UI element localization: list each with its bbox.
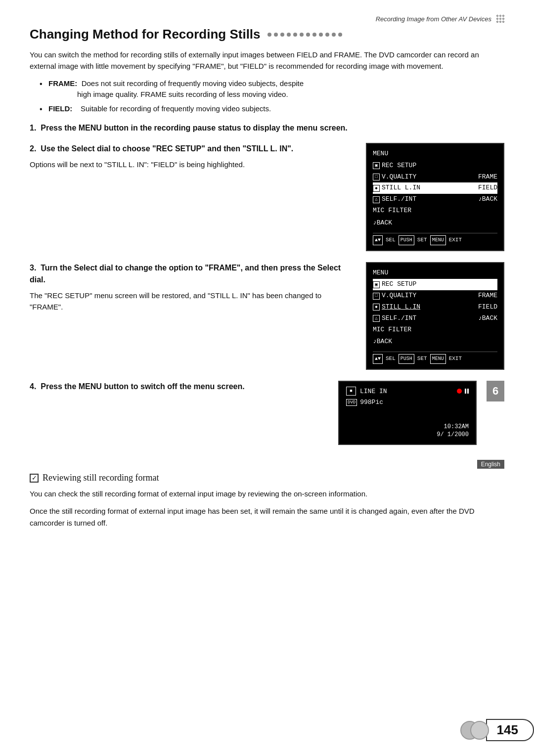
step-4-heading: 4. Press the MENU button to switch off t… — [30, 381, 328, 393]
bullet-list: FRAME: Does not suit recording of freque… — [40, 78, 504, 115]
dvd-line: DVD 998Pic — [346, 399, 469, 406]
screen-1-row-vquality: □ V.QUALITY FRAME — [373, 172, 497, 183]
title-dots — [267, 33, 342, 37]
circle-right — [470, 721, 489, 740]
page-number-box: 145 — [486, 719, 534, 741]
dot — [499, 18, 501, 20]
list-item: FIELD: Suitable for recording of frequen… — [40, 103, 504, 115]
screen-2-row-still: ◆ STILL L.IN FIELD — [373, 302, 497, 313]
step-number: 1. — [30, 124, 41, 132]
back-label2: ♪BACK — [373, 337, 392, 347]
vquality-value2: FRAME — [478, 291, 497, 301]
step-2-content: 2. Use the Select dial to choose "REC SE… — [30, 143, 356, 170]
step-1: 1. Press the MENU button in the recordin… — [30, 122, 504, 134]
bullet-label: FRAME: Does not suit recording of freque… — [48, 79, 304, 88]
title-dot — [287, 33, 291, 37]
title-dot — [280, 33, 284, 37]
screen-2-row-self: △ SELF./INT ♪BACK — [373, 313, 497, 324]
menu-btn: MENU — [430, 235, 446, 245]
back-label: ♪BACK — [373, 218, 392, 228]
step-3-heading: 3. Turn the Select dial to change the op… — [30, 262, 356, 286]
list-item: FRAME: Does not suit recording of freque… — [40, 78, 504, 100]
push-btn2: PUSH — [399, 354, 414, 364]
record-dot — [457, 389, 462, 394]
title-dot — [325, 33, 329, 37]
vquality-label2: V.QUALITY — [382, 291, 416, 301]
dots-decoration — [496, 15, 504, 23]
sel-btn2: ▲▼ — [373, 354, 383, 364]
exit-text2: EXIT — [449, 355, 462, 363]
step-3-desc: The "REC SETUP" menu screen will be rest… — [30, 290, 356, 313]
set-text: SET — [417, 236, 427, 245]
dvd-icon: □ — [373, 174, 380, 180]
dvd-icon2: □ — [373, 293, 380, 300]
time-text: 10:32AM — [437, 423, 469, 431]
micfilter-label: MIC FILTER — [373, 206, 411, 216]
screen-3-mockup: ■ LINE IN DVD 998Pic — [338, 381, 477, 445]
step-1-heading: 1. Press the MENU button in the recordin… — [30, 122, 504, 134]
page-footer: 145 — [460, 719, 534, 741]
header-title: Recording Image from Other AV Devices — [376, 15, 491, 23]
screen-2-micfilter: MIC FILTER — [373, 324, 497, 336]
reviewing-heading-text: Reviewing still recording format — [43, 473, 159, 483]
header-area: Recording Image from Other AV Devices — [30, 15, 504, 23]
screen-2-title: MENU — [373, 268, 497, 278]
mic-icon2: ◆ — [373, 304, 380, 311]
linein-label: LINE IN — [360, 388, 387, 395]
title-dot — [300, 33, 304, 37]
record-indicator — [457, 389, 469, 394]
header-right: Recording Image from Other AV Devices — [376, 15, 504, 23]
vquality-label: V.QUALITY — [382, 172, 416, 182]
pause-bar-right — [467, 389, 469, 394]
screen-1-title: MENU — [373, 149, 497, 159]
date-text: 9/ 1/2000 — [437, 431, 469, 439]
title-dot — [332, 33, 336, 37]
set-text2: SET — [417, 355, 427, 363]
linein-icon: ■ — [346, 387, 356, 396]
step-4-content: 4. Press the MENU button to switch off t… — [30, 381, 328, 397]
screen-2-back: ♪BACK — [373, 336, 497, 348]
english-badge-wrapper: English — [30, 460, 504, 471]
still-value: FIELD — [478, 183, 497, 193]
pause-icon — [465, 389, 469, 394]
language-badge: English — [477, 460, 504, 469]
self-label: SELF./INT — [382, 194, 416, 205]
rec-setup-label2: REC SETUP — [382, 279, 416, 290]
screen-1-row-self: △ SELF./INT ♪BACK — [373, 194, 497, 205]
datetime-display: 10:32AM 9/ 1/2000 — [437, 423, 469, 440]
dot — [502, 21, 504, 23]
screen-2-bottom: ▲▼ SEL PUSH SET MENU EXIT — [373, 352, 497, 364]
rec-setup-label: REC SETUP — [382, 161, 416, 171]
camera-icon2: ▣ — [373, 281, 380, 288]
page-title: Changing Method for Recording Stills — [30, 27, 504, 42]
step-2-image: MENU ▣ REC SETUP □ V.QUALITY FRAME — [366, 143, 504, 251]
title-dot — [306, 33, 310, 37]
step-number: 2. — [30, 144, 41, 153]
step-2-desc: Options will be next to "STILL L. IN": "… — [30, 159, 356, 170]
still-label2: STILL L.IN — [382, 302, 420, 312]
vquality-value: FRAME — [478, 172, 497, 182]
micfilter-label2: MIC FILTER — [373, 325, 411, 335]
title-dot — [319, 33, 323, 37]
dvd-icon3: DVD — [346, 399, 357, 406]
step-2-heading: 2. Use the Select dial to choose "REC SE… — [30, 143, 356, 155]
sel-btn: ▲▼ — [373, 235, 383, 245]
self-icon: △ — [373, 196, 380, 203]
screen-1-bottom: ▲▼ SEL PUSH SET MENU EXIT — [373, 233, 497, 245]
title-dot — [267, 33, 271, 37]
screen-1-row-rec-setup: ▣ REC SETUP — [373, 160, 497, 172]
self-value2: ♪BACK — [478, 313, 497, 324]
step-3: 3. Turn the Select dial to change the op… — [30, 262, 504, 370]
dot — [496, 21, 498, 23]
still-value2: FIELD — [478, 302, 497, 312]
screen-2-row-rec-setup: ▣ REC SETUP — [373, 279, 497, 290]
dot — [496, 18, 498, 20]
dot — [502, 18, 504, 20]
sel-text2: SEL — [386, 355, 396, 363]
reviewing-text1: You can check the still recording format… — [30, 488, 504, 499]
step-3-content: 3. Turn the Select dial to change the op… — [30, 262, 356, 313]
page-number: 145 — [497, 722, 518, 737]
title-dot — [274, 33, 278, 37]
title-dot — [293, 33, 297, 37]
linein-top-row: ■ LINE IN — [346, 387, 469, 396]
